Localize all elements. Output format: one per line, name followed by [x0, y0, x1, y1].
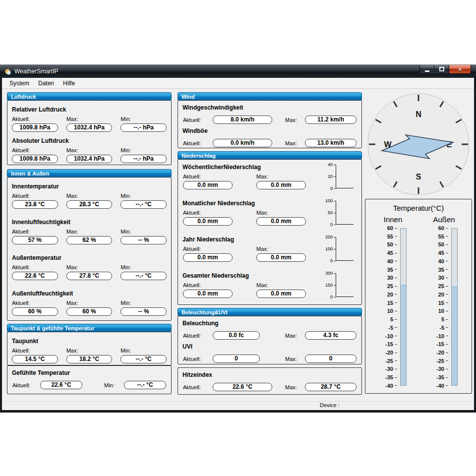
value-relativ-aktuell: 1009.8 hPa — [12, 123, 58, 132]
label-aktuell: Aktuell: — [12, 348, 58, 354]
label-max: Max: — [66, 300, 113, 306]
value-jahr-max: 0.0 mm — [256, 253, 306, 262]
label-aktuell: Aktuell: — [183, 140, 213, 146]
value-aussenfeucht-min: -- % — [120, 307, 167, 316]
label-max: Max: — [285, 140, 302, 146]
measure-title: Innentemperatur — [7, 179, 171, 193]
minimize-icon — [425, 70, 429, 72]
measure-title: Windgeschwindigkeit — [178, 101, 361, 114]
value-woche-aktuell: 0.0 mm — [183, 181, 233, 189]
section-header-niederschlag: Niederschlag — [178, 151, 362, 160]
measure-niederschlag-woche: WöchentlicherNiederschlag Aktuell: 0.0 m… — [178, 160, 361, 196]
rain-chart-weekly: 40200 — [323, 165, 354, 191]
scale-tick-label: -25 — [436, 358, 448, 364]
measure-title: Hitzeindex — [178, 368, 361, 381]
value-absolut-min: --.- hPa — [120, 155, 167, 163]
scale-tick-label: -35 — [385, 374, 397, 380]
axis-tick-label: 50 — [328, 210, 336, 215]
axis-tick-label: 100 — [325, 198, 336, 203]
value-innenfeucht-aktuell: 57 % — [12, 236, 58, 244]
status-separator — [314, 402, 315, 409]
axis-tick-label: 40 — [328, 162, 336, 167]
scale-tick-label: 45 — [438, 250, 448, 256]
measure-title: Außenluftfeuchtigkeit — [7, 287, 171, 300]
value-jahr-aktuell: 0.0 mm — [183, 253, 233, 262]
scale-tick-label: 40 — [387, 258, 397, 264]
label-aktuell: Aktuell: — [183, 356, 213, 362]
label-aktuell: Aktuell: — [183, 282, 233, 288]
value-woche-max: 0.0 mm — [256, 181, 306, 189]
scale-tick-label: 20 — [387, 292, 397, 298]
label-aktuell: Aktuell: — [12, 264, 58, 270]
section-header-wind: Wind — [178, 92, 362, 101]
menu-hilfe[interactable]: Hilfe — [59, 79, 79, 88]
measure-title: Absoluter Luftdruck — [7, 134, 171, 147]
minimize-button[interactable] — [419, 65, 434, 74]
measure-title: Gefühlte Temperatur — [7, 366, 171, 379]
scale-tick-label: 30 — [438, 275, 448, 281]
label-aktuell: Aktuell: — [12, 147, 58, 153]
value-taupunkt-min: --.- °C — [120, 355, 167, 363]
measure-taupunkt: Taupunkt Aktuell: 14.5 °C Max: 18.2 °C M… — [7, 332, 171, 363]
close-icon: ✕ — [458, 65, 462, 74]
label-max: Max: — [66, 264, 113, 270]
axis-tick-label: 0 — [330, 186, 336, 191]
measure-title: Innenluftfeuchtigkeit — [7, 215, 171, 229]
scale-tick-label: 25 — [438, 283, 448, 289]
rain-chart-yearly: 2001000 — [323, 237, 354, 263]
label-max: Max: — [256, 174, 306, 179]
measure-relativer-luftdruck: Relativer Luftdruck Aktuell: 1009.8 hPa … — [7, 101, 171, 132]
thermo-title: Temperatur(°C) — [365, 204, 472, 212]
scale-tick-label: -5 — [439, 325, 448, 331]
label-max: Max: — [256, 246, 306, 252]
label-min: Min: — [120, 193, 167, 199]
scale-tick-label: -35 — [436, 374, 448, 380]
scale-tick-label: 45 — [387, 250, 397, 256]
axis-tick-label: 0 — [330, 295, 336, 299]
label-min: Min: — [120, 147, 167, 153]
axis-tick-label: 0 — [330, 222, 336, 227]
menu-system[interactable]: System — [5, 79, 34, 88]
label-aktuell: Aktuell: — [183, 117, 213, 123]
thermo-bar-aussen — [451, 228, 458, 386]
value-relativ-min: --.- hPa — [120, 123, 167, 132]
menu-daten[interactable]: Daten — [34, 79, 59, 88]
value-windboee-max: 13.0 km/h — [305, 139, 357, 147]
window-frame: System Daten Hilfe Luftdruck Relativer L… — [0, 78, 476, 413]
close-button[interactable]: ✕ — [449, 65, 471, 74]
window-title: WeatherSmartIP — [14, 68, 58, 75]
scale-tick-label: 10 — [438, 308, 448, 314]
label-aktuell: Aktuell: — [12, 300, 58, 306]
value-innentemp-max: 28.3 °C — [66, 200, 113, 209]
value-aussentemp-min: --.- °C — [120, 272, 167, 280]
label-max: Max: — [66, 193, 113, 199]
panel-innen-aussen: Innentemperatur Aktuell: 23.8 °C Max: 28… — [7, 177, 172, 321]
scale-tick-label: -30 — [436, 366, 448, 372]
scale-tick-label: 15 — [438, 300, 448, 306]
thermo-fill-aussen — [452, 287, 457, 385]
thermo-aussen-label: Außen — [430, 215, 458, 224]
maximize-button[interactable] — [434, 65, 449, 74]
label-aktuell: Aktuell: — [183, 246, 233, 252]
scale-tick-label: -20 — [385, 350, 397, 356]
label-aktuell: Aktuell: — [12, 193, 58, 199]
value-hitzeindex-max: 28.7 °C — [305, 383, 357, 391]
label-max: Max: — [66, 116, 113, 122]
title-bar[interactable]: WeatherSmartIP ✕ — [0, 64, 476, 78]
label-max: Max: — [285, 333, 302, 339]
measure-niederschlag-gesamt: Gesamter Niederschlag Aktuell: 0.0 mm Ma… — [178, 268, 361, 304]
value-innenfeucht-max: 62 % — [66, 236, 113, 244]
label-min: Min: — [120, 229, 167, 235]
scale-tick-label: 30 — [387, 275, 397, 281]
rain-chart-plot — [336, 237, 354, 261]
scale-tick-label: 15 — [387, 300, 397, 306]
scale-tick-label: 10 — [387, 308, 397, 314]
menu-bar: System Daten Hilfe — [2, 78, 474, 89]
scale-tick-label: 40 — [438, 258, 448, 264]
measure-aussentemperatur: Außentemperatur Aktuell: 22.6 °C Max: 27… — [7, 249, 171, 285]
app-window: WeatherSmartIP ✕ System Daten Hilfe Luft… — [0, 64, 476, 413]
scale-tick-label: 20 — [438, 292, 448, 298]
measure-title: Windböe — [178, 124, 361, 137]
axis-tick-label: 0 — [330, 258, 336, 263]
panel-hitzeindex: Hitzeindex Aktuell: 22.6 °C Max: 28.7 °C — [178, 367, 362, 395]
